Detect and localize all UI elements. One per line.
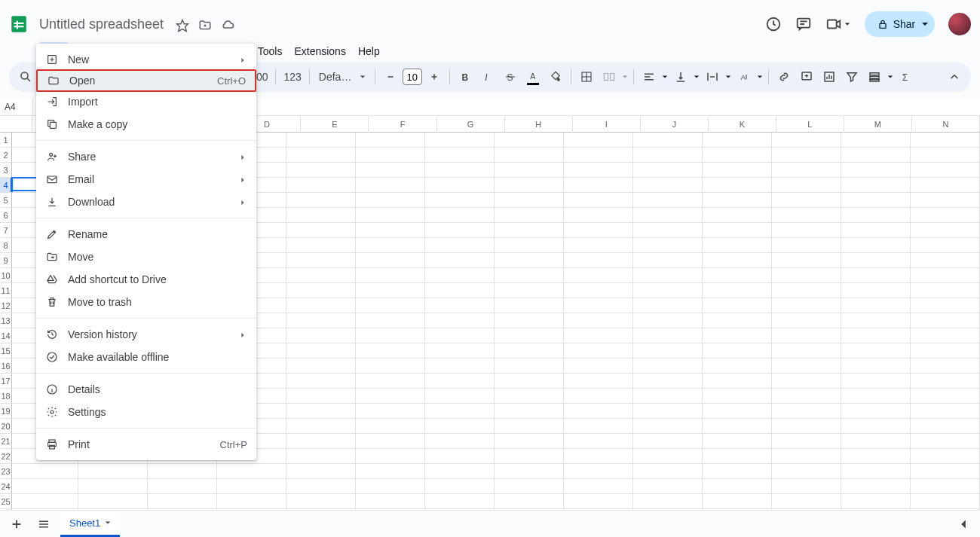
cell[interactable] <box>78 464 148 479</box>
cell[interactable] <box>356 223 425 238</box>
cell[interactable] <box>703 374 772 389</box>
cell[interactable] <box>633 253 703 268</box>
cell[interactable] <box>495 404 564 419</box>
column-header[interactable]: H <box>505 116 573 133</box>
cell[interactable] <box>495 328 564 343</box>
cell[interactable] <box>564 268 633 283</box>
cell[interactable] <box>425 193 495 208</box>
insert-link-button[interactable] <box>773 66 795 87</box>
cell[interactable] <box>286 419 356 434</box>
cell[interactable] <box>841 223 911 238</box>
cell[interactable] <box>564 464 633 479</box>
cell[interactable] <box>78 494 148 509</box>
comments-icon[interactable] <box>795 16 812 32</box>
account-avatar[interactable] <box>948 13 971 35</box>
borders-button[interactable] <box>576 66 597 87</box>
cell[interactable] <box>495 359 564 374</box>
cell[interactable] <box>286 133 356 148</box>
cell[interactable] <box>495 479 564 494</box>
cell[interactable] <box>217 494 286 509</box>
row-header[interactable]: 6 <box>0 208 12 223</box>
cell[interactable] <box>772 208 841 223</box>
cell[interactable] <box>772 238 841 253</box>
menu-item-new[interactable]: New <box>36 48 256 71</box>
cell[interactable] <box>286 343 356 359</box>
cell[interactable] <box>841 193 911 208</box>
cell[interactable] <box>841 434 911 449</box>
cell[interactable] <box>564 328 633 343</box>
cell[interactable] <box>425 449 495 464</box>
cell[interactable] <box>495 253 564 268</box>
cell[interactable] <box>564 494 633 509</box>
cell[interactable] <box>633 238 703 253</box>
filter-views-dropdown[interactable] <box>887 74 894 80</box>
cell[interactable] <box>356 133 425 148</box>
cell[interactable] <box>841 328 911 343</box>
cell[interactable] <box>495 494 564 509</box>
cell[interactable] <box>633 449 703 464</box>
cell[interactable] <box>841 148 911 163</box>
cell[interactable] <box>841 268 911 283</box>
cell[interactable] <box>356 343 425 359</box>
cell[interactable] <box>633 268 703 283</box>
menu-item-import[interactable]: Import <box>36 90 256 113</box>
cell[interactable] <box>703 268 772 283</box>
cell[interactable] <box>286 434 356 449</box>
cell[interactable] <box>841 374 911 389</box>
cell[interactable] <box>841 494 911 509</box>
cell[interactable] <box>564 389 633 404</box>
cell[interactable] <box>495 238 564 253</box>
cell[interactable] <box>286 494 356 509</box>
cell[interactable] <box>564 449 633 464</box>
cell[interactable] <box>841 133 911 148</box>
sheets-logo[interactable] <box>9 11 29 38</box>
explore-button[interactable] <box>953 514 974 535</box>
cell[interactable] <box>356 389 425 404</box>
menu-item-rename[interactable]: Rename <box>36 223 256 246</box>
cell[interactable] <box>495 133 564 148</box>
cell[interactable] <box>772 193 841 208</box>
cell[interactable] <box>703 434 772 449</box>
cell[interactable] <box>703 208 772 223</box>
cell[interactable] <box>286 268 356 283</box>
cell[interactable] <box>703 223 772 238</box>
cell[interactable] <box>495 223 564 238</box>
cell[interactable] <box>495 283 564 298</box>
cell[interactable] <box>772 133 841 148</box>
cell[interactable] <box>425 268 495 283</box>
row-header[interactable]: 21 <box>0 434 12 449</box>
cell[interactable] <box>425 163 495 178</box>
cell[interactable] <box>148 479 217 494</box>
cell[interactable] <box>911 494 980 509</box>
cell[interactable] <box>425 404 495 419</box>
menu-item-move[interactable]: Move <box>36 246 256 268</box>
increase-font-size[interactable] <box>424 66 445 87</box>
cell[interactable] <box>703 313 772 328</box>
cell[interactable] <box>564 434 633 449</box>
cell[interactable] <box>633 434 703 449</box>
cell[interactable] <box>356 434 425 449</box>
row-header[interactable]: 18 <box>0 389 12 404</box>
cell[interactable] <box>703 419 772 434</box>
cell[interactable] <box>425 359 495 374</box>
cell[interactable] <box>911 343 980 359</box>
cell[interactable] <box>703 133 772 148</box>
cell[interactable] <box>703 449 772 464</box>
cell[interactable] <box>286 253 356 268</box>
cell[interactable] <box>911 178 980 193</box>
cell[interactable] <box>356 419 425 434</box>
cell[interactable] <box>633 404 703 419</box>
cell[interactable] <box>703 298 772 313</box>
cell[interactable] <box>286 449 356 464</box>
cell[interactable] <box>841 343 911 359</box>
cell[interactable] <box>633 389 703 404</box>
cell[interactable] <box>772 268 841 283</box>
document-title[interactable]: Untitled spreadsheet <box>36 15 167 34</box>
cell[interactable] <box>495 419 564 434</box>
cell[interactable] <box>841 479 911 494</box>
cell[interactable] <box>703 178 772 193</box>
cell[interactable] <box>356 208 425 223</box>
star-icon[interactable] <box>176 19 189 32</box>
functions-button[interactable]: Σ <box>896 66 917 87</box>
cell[interactable] <box>911 389 980 404</box>
